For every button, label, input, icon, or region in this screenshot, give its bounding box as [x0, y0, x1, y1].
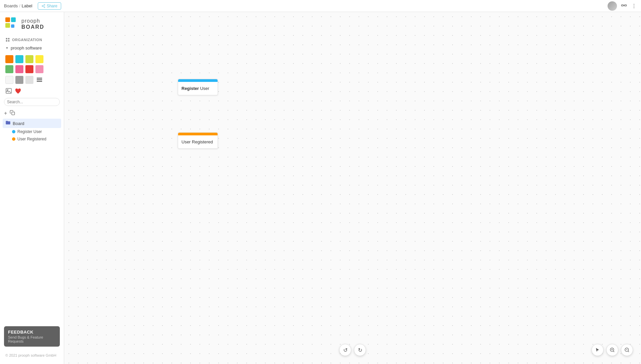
- copy-icon: [10, 110, 15, 115]
- board-child-user-registered[interactable]: User Registered: [3, 135, 61, 143]
- svg-point-10: [634, 7, 634, 8]
- card-body-user-registered: User Registered: [178, 135, 218, 148]
- card-top-bar-orange: [178, 133, 218, 135]
- feedback-title: FEEDBACK: [8, 330, 56, 335]
- card-text-user-registered: User Registered: [181, 139, 213, 144]
- main-layout: prooph BOARD ORGANIZATION ▼ prooph softw…: [0, 12, 641, 364]
- svg-point-1: [42, 5, 43, 6]
- color-swatch-orange[interactable]: [5, 55, 13, 63]
- board-tree: Board Register User User Registered: [0, 118, 64, 143]
- color-swatch-pink[interactable]: [15, 65, 23, 73]
- svg-point-0: [44, 4, 45, 5]
- svg-line-4: [43, 5, 44, 6]
- more-options-button[interactable]: [631, 3, 637, 9]
- top-header: Boards / Label Share: [0, 0, 641, 12]
- dot-blue: [12, 130, 15, 133]
- color-swatch-grey[interactable]: [15, 76, 23, 84]
- zoom-in-button[interactable]: [606, 344, 618, 356]
- favorite-button[interactable]: [15, 88, 21, 94]
- svg-rect-6: [625, 5, 627, 6]
- feedback-subtitle: Send Bugs & Feature Requests: [8, 335, 56, 343]
- org-item[interactable]: ▼ prooph software: [0, 43, 64, 52]
- folder-icon-svg: [5, 120, 11, 125]
- board-child-register[interactable]: Register User: [3, 128, 61, 135]
- share-label: Share: [47, 4, 57, 8]
- header-right: [608, 1, 637, 11]
- color-swatch-light-pink[interactable]: [35, 65, 43, 73]
- bottom-toolbar: ↺ ↻: [339, 344, 366, 356]
- svg-rect-5: [622, 5, 624, 6]
- org-label: ORGANIZATION: [12, 38, 42, 42]
- logo-area: prooph BOARD: [0, 12, 64, 35]
- bottom-right-toolbar: [592, 344, 633, 356]
- org-icon: [5, 37, 10, 42]
- color-swatch-lime[interactable]: [25, 55, 33, 63]
- svg-rect-11: [6, 38, 7, 39]
- card-text-bold: Register: [181, 86, 199, 91]
- sidebar-actions: +: [0, 109, 64, 118]
- board-label: Board: [13, 121, 24, 126]
- zoom-in-icon: [610, 347, 615, 353]
- folder-icon: [5, 120, 11, 127]
- feedback-section[interactable]: FEEDBACK Send Bugs & Feature Requests: [4, 326, 60, 347]
- board-child-label-register: Register User: [17, 129, 42, 134]
- cursor-tool-button[interactable]: [592, 344, 604, 356]
- color-swatch-light-grey[interactable]: [25, 76, 33, 84]
- heart-icon: [15, 88, 21, 94]
- redo-button[interactable]: ↻: [354, 344, 366, 356]
- color-swatch-teal[interactable]: [15, 55, 23, 63]
- color-swatch-yellow[interactable]: [35, 55, 43, 63]
- logo-icon: [5, 17, 19, 31]
- svg-point-2: [44, 7, 45, 8]
- list-icon: [37, 78, 42, 82]
- svg-rect-16: [37, 79, 42, 80]
- color-swatch-white[interactable]: [5, 76, 13, 84]
- logo-board: BOARD: [21, 24, 44, 30]
- zoom-out-button[interactable]: [621, 344, 633, 356]
- zoom-out-icon: [624, 347, 630, 353]
- undo-button[interactable]: ↺: [339, 344, 351, 356]
- svg-line-29: [628, 351, 629, 352]
- svg-point-19: [7, 90, 8, 91]
- color-swatch-red[interactable]: [25, 65, 33, 73]
- svg-rect-14: [8, 40, 9, 41]
- breadcrumb: Boards / Label: [4, 3, 32, 8]
- card-user-registered[interactable]: User Registered: [178, 132, 218, 149]
- more-options-icon: [631, 3, 637, 9]
- connection-icon: [621, 3, 627, 9]
- chevron-down-icon: ▼: [5, 46, 9, 50]
- canvas-area[interactable]: Register User User Registered ↺ ↻: [64, 12, 641, 364]
- svg-rect-15: [37, 78, 42, 79]
- avatar[interactable]: [608, 1, 617, 11]
- svg-line-25: [613, 351, 614, 352]
- connection-icon-button[interactable]: [621, 3, 627, 9]
- search-area: [0, 97, 64, 109]
- svg-rect-13: [6, 40, 7, 41]
- svg-rect-23: [12, 112, 15, 115]
- tool-row: [0, 87, 64, 97]
- sidebar: prooph BOARD ORGANIZATION ▼ prooph softw…: [0, 12, 64, 364]
- image-tool-button[interactable]: [5, 88, 12, 94]
- board-child-label-user-registered: User Registered: [17, 137, 46, 141]
- cursor-icon: [595, 347, 600, 353]
- svg-rect-17: [37, 81, 42, 82]
- share-button[interactable]: Share: [38, 2, 61, 10]
- copy-item-button[interactable]: [10, 110, 15, 117]
- card-text-normal: User: [199, 86, 209, 91]
- svg-rect-12: [8, 38, 9, 39]
- logo-prooph: prooph: [21, 18, 44, 24]
- card-body-register: Register User: [178, 82, 218, 95]
- dot-orange: [12, 137, 15, 141]
- card-top-bar-blue: [178, 79, 218, 82]
- color-swatch-green[interactable]: [5, 65, 13, 73]
- search-input[interactable]: [7, 100, 57, 104]
- board-item[interactable]: Board: [3, 119, 61, 128]
- svg-point-9: [634, 5, 634, 6]
- svg-line-3: [43, 6, 44, 7]
- breadcrumb-boards[interactable]: Boards: [4, 3, 18, 8]
- logo-text: prooph BOARD: [21, 18, 44, 30]
- list-style-button[interactable]: [37, 76, 42, 84]
- svg-point-8: [634, 4, 634, 4]
- add-item-button[interactable]: +: [4, 110, 7, 116]
- card-register-user[interactable]: Register User: [178, 79, 218, 95]
